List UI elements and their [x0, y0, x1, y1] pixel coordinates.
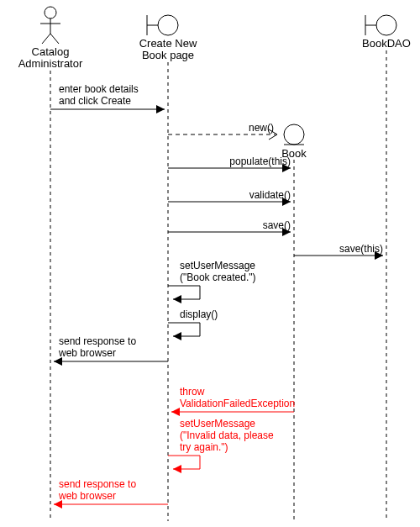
svg-text:send response to: send response to — [59, 335, 136, 347]
msg-save: save() — [168, 219, 291, 236]
svg-text:and click Create: and click Create — [59, 95, 131, 107]
svg-text:populate(this): populate(this) — [229, 155, 291, 167]
svg-marker-51 — [173, 465, 181, 473]
svg-point-8 — [158, 15, 178, 35]
svg-text:setUserMessage: setUserMessage — [180, 260, 255, 271]
msg-setmsg-created: setUserMessage ("Book created.") — [168, 260, 256, 303]
svg-point-20 — [284, 124, 304, 145]
msg-setmsg-invalid: setUserMessage ("Invalid data, please tr… — [168, 418, 274, 473]
svg-marker-47 — [171, 408, 180, 416]
admin-label-1: Catalog — [32, 45, 70, 58]
msg-response-1: send response to web browser — [54, 335, 168, 366]
svg-text:throw: throw — [180, 386, 205, 398]
page-label-1: Create New — [139, 37, 197, 50]
svg-point-0 — [45, 7, 56, 18]
participant-book: Book — [281, 124, 307, 521]
svg-text:send response to: send response to — [59, 478, 136, 490]
dao-label: BookDAO — [362, 37, 411, 50]
svg-point-12 — [376, 15, 396, 35]
participant-dao: BookDAO — [362, 15, 411, 521]
msg-new: new() — [168, 122, 277, 140]
admin-label-2: Administrator — [18, 57, 83, 70]
svg-text:("Invalid data, please: ("Invalid data, please — [180, 430, 274, 441]
msg-populate: populate(this) — [168, 155, 291, 172]
svg-text:("Book created."): ("Book created.") — [180, 271, 256, 283]
svg-marker-17 — [156, 105, 165, 113]
svg-marker-39 — [173, 332, 181, 340]
svg-marker-55 — [54, 500, 62, 509]
svg-text:enter book details: enter book details — [59, 83, 139, 95]
svg-line-4 — [50, 34, 59, 44]
msg-enter-details: enter book details and click Create — [50, 83, 165, 113]
svg-marker-37 — [173, 295, 181, 303]
msg-validate: validate() — [168, 189, 291, 206]
svg-text:setUserMessage: setUserMessage — [180, 418, 255, 430]
svg-text:new(): new() — [249, 122, 274, 134]
svg-marker-43 — [54, 357, 62, 366]
svg-text:ValidationFailedException: ValidationFailedException — [180, 398, 295, 409]
svg-text:web browser: web browser — [58, 347, 116, 359]
msg-response-2: send response to web browser — [54, 478, 168, 509]
svg-line-3 — [42, 34, 50, 44]
msg-display: display() — [168, 308, 218, 340]
svg-text:try again."): try again.") — [180, 441, 228, 453]
svg-text:save(): save() — [263, 219, 291, 231]
sequence-diagram: Catalog Administrator Create New Book pa… — [0, 0, 420, 527]
svg-text:web browser: web browser — [58, 490, 116, 502]
msg-throw-exception: throw ValidationFailedException — [171, 386, 295, 416]
svg-text:display(): display() — [180, 308, 218, 320]
page-label-2: Book page — [142, 49, 194, 61]
msg-save-dao: save(this) — [294, 243, 383, 260]
